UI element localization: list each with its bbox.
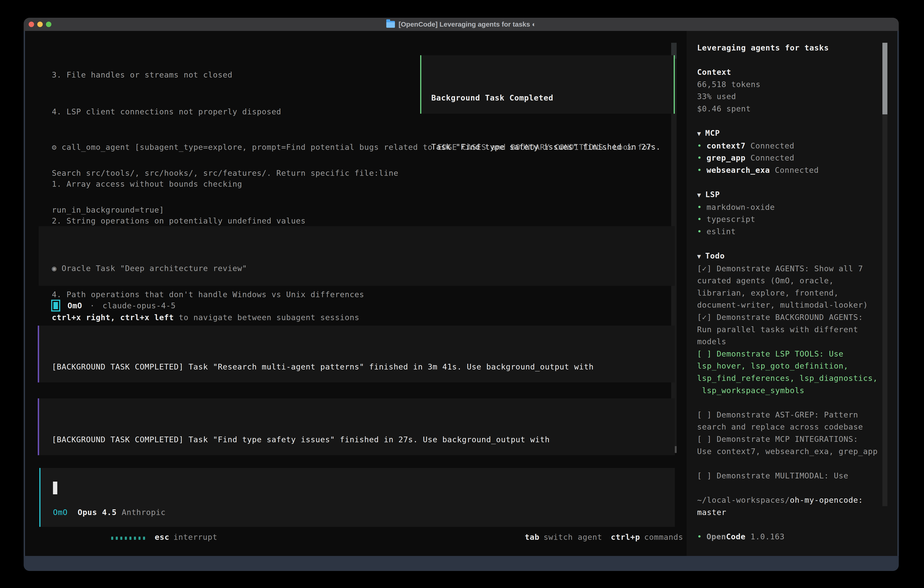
- todo-item: [✓] Demonstrate BACKGROUND AGENTS: Run p…: [697, 311, 898, 348]
- task-message-card: [BACKGROUND TASK COMPLETED] Task "Find t…: [38, 398, 675, 455]
- oracle-task-card: ◉ Oracle Task "Deep architecture review"…: [39, 226, 675, 286]
- bullet-icon: •: [697, 141, 702, 150]
- bullet-icon: •: [697, 153, 702, 162]
- text-cursor: [53, 482, 57, 494]
- todo-item: [ ] Demonstrate MULTIMODAL: Use: [697, 470, 898, 482]
- ctrlp-key-hint: ctrl+p: [611, 531, 640, 543]
- status-bar: esc interrupt tab switch agent ctrl+p co…: [25, 531, 686, 543]
- todo-heading[interactable]: ▼Todo: [697, 250, 898, 263]
- folder-icon: [386, 21, 395, 28]
- task-line: [BACKGROUND TASK COMPLETED] Task "Find t…: [52, 433, 675, 446]
- toast-body: Task "Find type safety issues" finished …: [431, 141, 672, 153]
- lsp-item: •markdown-oxide: [697, 201, 898, 213]
- mcp-item: •grep_app Connected: [697, 152, 898, 164]
- status-left: esc interrupt: [43, 531, 217, 543]
- task-message-card: [BACKGROUND TASK COMPLETED] Task "Resear…: [38, 325, 675, 382]
- bullet-icon: •: [697, 532, 702, 541]
- task-line: [BACKGROUND TASK COMPLETED] Task "Resear…: [52, 361, 675, 373]
- tab-key-label: switch agent: [544, 531, 602, 543]
- workspace-info: ~/local-workspaces/oh-my-opencode: maste…: [697, 494, 898, 519]
- bullet-icon: •: [697, 215, 702, 224]
- spinner-icon: [43, 519, 148, 555]
- toast-title: Background Task Completed: [431, 92, 672, 104]
- agent-separator: ·: [90, 299, 94, 312]
- mcp-item: •context7 Connected: [697, 140, 898, 152]
- context-spent: $0.46 spent: [697, 103, 898, 115]
- sidebar-scrollbar-track[interactable]: [883, 114, 888, 506]
- bullet-icon: •: [697, 203, 702, 212]
- esc-key-hint: esc: [155, 531, 169, 543]
- bullet-icon: •: [697, 165, 702, 175]
- prompt-input[interactable]: OmO Opus 4.5 Anthropic: [40, 468, 675, 527]
- mcp-item: •websearch_exa Connected: [697, 164, 898, 177]
- agent-model: claude-opus-4-5: [102, 299, 176, 312]
- lsp-section: ▼LSP •markdown-oxide •typescript •eslint: [697, 188, 898, 238]
- record-icon: ◉: [52, 264, 57, 273]
- prompt-agent: OmO: [53, 506, 68, 519]
- scrollback-line: 4. LSP client connections not properly d…: [52, 106, 398, 118]
- todo-section: ▼Todo [✓] Demonstrate AGENTS: Show all 7…: [697, 250, 898, 482]
- todo-item: [ ] Demonstrate LSP TOOLS: Use lsp_hover…: [697, 348, 898, 396]
- gear-icon: ⚙: [52, 142, 57, 152]
- agent-name: OmO: [68, 299, 82, 312]
- tool-call-line: 2. String operations on potentially unde…: [52, 215, 652, 227]
- prompt-model: Opus 4.5: [78, 506, 117, 519]
- oracle-task-title-line: ◉ Oracle Task "Deep architecture review": [52, 262, 675, 274]
- agent-header: OmO · claude-opus-4-5: [51, 299, 176, 312]
- oracle-hint-keys: ctrl+x right, ctrl+x left: [52, 313, 174, 322]
- sidebar-scrollbar-thumb[interactable]: [883, 43, 888, 114]
- scrollback-line: 3. File handles or streams not closed: [52, 69, 398, 81]
- chevron-down-icon: ▼: [697, 130, 701, 137]
- workspace-branch: master: [697, 506, 898, 519]
- window-title-group: [OpenCode] Leveraging agents for tasks ◐: [24, 18, 899, 31]
- context-used: 33% used: [697, 91, 898, 103]
- prompt-meta: OmO Opus 4.5 Anthropic: [53, 506, 165, 519]
- oracle-hint-line: ctrl+x right, ctrl+x left to navigate be…: [52, 311, 675, 324]
- desktop: [OpenCode] Leveraging agents for tasks ◐…: [0, 0, 924, 588]
- context-heading: Context: [697, 66, 898, 78]
- lsp-item: •eslint: [697, 226, 898, 238]
- tool-call-line: 1. Array access without bounds checking: [52, 178, 652, 190]
- terminal-window: [OpenCode] Leveraging agents for tasks ◐…: [24, 18, 899, 571]
- content-row: 3. File handles or streams not closed 4.…: [24, 31, 899, 556]
- chevron-down-icon: ▼: [697, 191, 701, 199]
- background-task-toast: Background Task Completed Task "Find typ…: [420, 55, 675, 114]
- context-tokens: 66,518 tokens: [697, 78, 898, 91]
- status-right: tab switch agent ctrl+p commands: [525, 531, 683, 543]
- chevron-down-icon: ▼: [697, 253, 701, 260]
- mcp-heading[interactable]: ▼MCP: [697, 127, 898, 140]
- tab-key-hint: tab: [525, 531, 539, 543]
- chat-pane: 3. File handles or streams not closed 4.…: [25, 31, 686, 556]
- oracle-hint-rest: to navigate between subagent sessions: [174, 313, 360, 322]
- window-title: [OpenCode] Leveraging agents for tasks ◐: [399, 20, 536, 28]
- version-info: •OpenCode 1.0.163: [697, 531, 898, 543]
- titlebar: [OpenCode] Leveraging agents for tasks ◐: [24, 18, 899, 31]
- sidebar: Leveraging agents for tasks Context 66,5…: [686, 31, 898, 556]
- context-section: Context 66,518 tokens 33% used $0.46 spe…: [697, 66, 898, 115]
- esc-key-label: interrupt: [173, 531, 217, 543]
- prompt-provider: Anthropic: [122, 506, 165, 519]
- todo-item: [ ] Demonstrate MCP INTEGRATIONS: Use co…: [697, 433, 898, 458]
- ctrlp-key-label: commands: [644, 531, 683, 543]
- version-line: •OpenCode 1.0.163: [697, 531, 898, 543]
- window-footer-bar: [24, 556, 899, 571]
- mcp-section: ▼MCP •context7 Connected •grep_app Conne…: [697, 127, 898, 176]
- session-title: Leveraging agents for tasks: [697, 42, 898, 54]
- todo-item: [✓] Demonstrate AGENTS: Show all 7 curat…: [697, 263, 898, 311]
- bullet-icon: •: [697, 227, 702, 236]
- agent-omo-icon: [51, 300, 60, 312]
- todo-item: [ ] Demonstrate AST-GREP: Pattern search…: [697, 409, 898, 433]
- lsp-item: •typescript: [697, 213, 898, 226]
- lsp-heading[interactable]: ▼LSP: [697, 188, 898, 201]
- workspace-path: ~/local-workspaces/oh-my-opencode:: [697, 494, 898, 506]
